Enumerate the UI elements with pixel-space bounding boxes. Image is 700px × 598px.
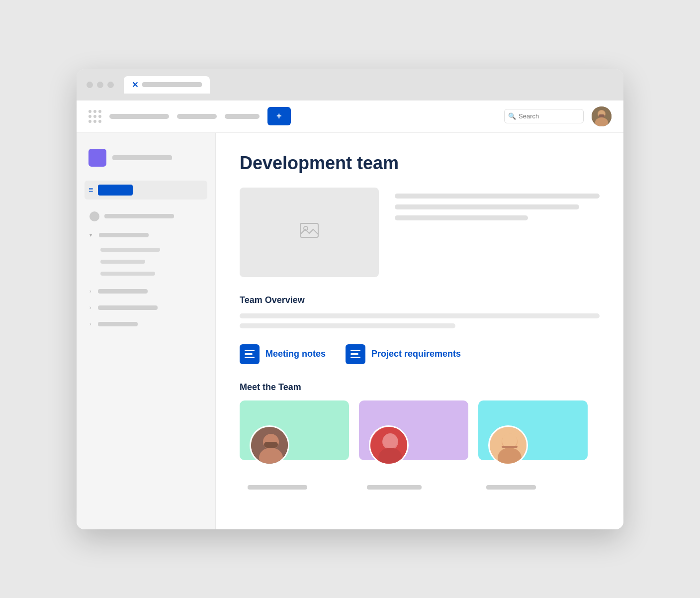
sidebar-sub-item-1[interactable] [85,245,207,255]
browser-window: ✕ + 🔍 [77,69,623,529]
filter-active-pill [98,185,133,196]
hero-text-line-2 [395,204,579,209]
traffic-lights [87,82,114,88]
hero-text-line-3 [395,215,528,220]
sidebar-sub-item-3[interactable] [85,269,207,279]
doc-links-section: Meeting notes Project requirements [240,344,600,364]
page-title: Development team [240,153,600,174]
avatar-person-1 [251,427,289,465]
avatar-person-3 [490,427,528,465]
search-wrapper: 🔍 [504,109,584,123]
tab-title-placeholder [142,82,202,87]
sidebar-collapsed-item-3[interactable]: › [85,317,207,331]
svg-rect-19 [502,446,518,448]
doc-line-1 [245,350,255,351]
chevron-down-icon: ▾ [89,232,92,238]
sidebar-collapsed-label-3 [98,322,138,326]
team-avatar-1 [250,425,289,465]
sidebar-collapsed-label-1 [98,289,148,294]
hero-image [240,188,379,277]
dot [88,110,91,113]
team-avatar-3 [488,425,528,465]
avatar-image [592,106,612,126]
overview-line-1 [240,313,600,318]
dot [88,120,91,123]
team-card-2[interactable] [359,400,468,499]
doc-line-2 [245,353,253,355]
traffic-light-minimize[interactable] [97,82,103,88]
svg-point-14 [383,433,398,448]
search-input[interactable] [504,109,584,123]
sidebar-item-label-2 [99,233,149,237]
dot [93,120,96,123]
doc-line-5 [350,353,358,355]
sidebar: ≡ ▾ › [77,133,216,529]
sidebar-space-name [112,155,172,160]
dot [93,110,96,113]
doc-line-4 [350,350,360,351]
chevron-right-icon: › [89,321,91,327]
team-card-3[interactable] [478,400,588,499]
sidebar-space-icon [88,149,106,167]
sidebar-sub-label-2 [100,260,145,264]
meet-team-title: Meet the Team [240,382,600,393]
chevron-right-icon: › [89,305,91,310]
sidebar-sub-label-1 [100,248,160,252]
project-requirements-label: Project requirements [371,349,461,359]
overview-line-2 [240,323,455,328]
team-card-1[interactable] [240,400,349,499]
sidebar-item-2[interactable]: ▾ [85,228,207,242]
hero-section [240,188,600,277]
sidebar-item-label-1 [104,214,174,218]
dot [88,115,91,118]
tab-app-icon: ✕ [132,80,138,90]
toolbar-nav-item-3[interactable] [225,114,260,119]
project-requirements-link[interactable]: Project requirements [346,344,461,364]
team-member-name-1 [248,485,307,490]
team-avatar-2 [369,425,409,465]
dot [98,115,101,118]
filter-icon: ≡ [88,186,93,195]
traffic-light-close[interactable] [87,82,93,88]
toolbar-nav-item-1[interactable] [109,114,169,119]
sidebar-sub-item-2[interactable] [85,257,207,267]
doc-icon-lines [245,350,255,358]
toolbar: + 🔍 [77,100,623,133]
image-placeholder-icon [297,218,321,246]
dot [98,110,101,113]
sidebar-collapsed-item-2[interactable]: › [85,301,207,314]
sidebar-collapsed-item-1[interactable]: › [85,285,207,298]
team-cards [240,400,600,499]
sidebar-collapsed-label-2 [98,305,158,310]
doc-line-3 [245,357,255,358]
title-bar: ✕ [77,69,623,100]
overview-text-block [240,313,600,328]
traffic-light-maximize[interactable] [107,82,114,88]
sidebar-item-1[interactable] [85,207,207,225]
toolbar-nav-item-2[interactable] [177,114,217,119]
team-section: Meet the Team [240,382,600,499]
dot [93,115,96,118]
svg-rect-10 [264,442,278,448]
dot [98,120,101,123]
avatar-person-2 [370,427,409,465]
image-icon-svg [297,218,321,242]
team-overview-title: Team Overview [240,295,600,305]
doc-line-6 [350,357,360,358]
user-avatar[interactable] [592,106,612,126]
project-requirements-icon [346,344,365,364]
meeting-notes-link[interactable]: Meeting notes [240,344,326,364]
meeting-notes-label: Meeting notes [265,349,326,359]
hero-text-block [395,188,600,220]
main-area: ≡ ▾ › [77,133,623,529]
chevron-right-icon: › [89,289,91,294]
meeting-notes-icon [240,344,260,364]
create-button[interactable]: + [267,107,291,125]
search-icon: 🔍 [508,112,516,120]
app-grid-icon[interactable] [88,110,101,123]
sidebar-filter-row[interactable]: ≡ [85,181,207,199]
sidebar-sub-label-3 [100,272,155,276]
browser-tab[interactable]: ✕ [124,76,210,94]
team-member-name-3 [486,485,536,490]
sidebar-space-header[interactable] [85,145,207,171]
